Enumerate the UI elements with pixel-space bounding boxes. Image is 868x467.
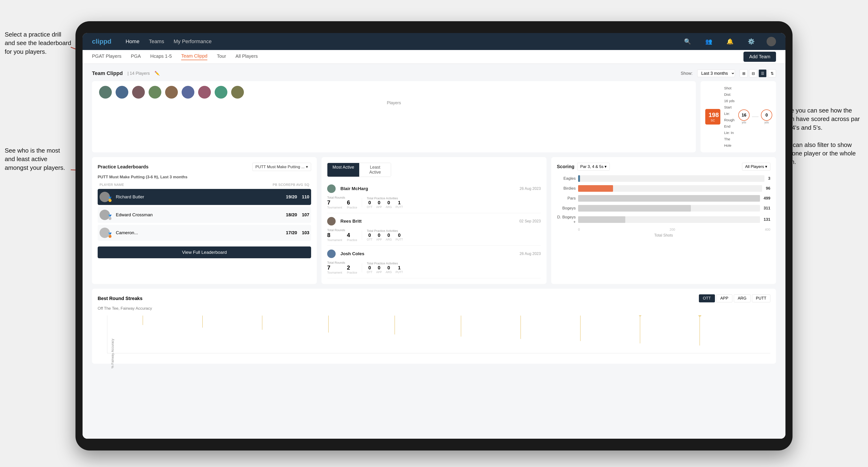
subnav-pgat[interactable]: PGAT Players [92, 54, 121, 60]
tab-least-active[interactable]: Least Active [359, 163, 391, 177]
players-label: Players [99, 100, 689, 105]
shot-start: Start Lie: Rough [724, 104, 735, 123]
pac-name-3: Josh Coles [340, 251, 364, 256]
people-icon[interactable]: 👥 [705, 38, 712, 45]
filter-app[interactable]: APP [716, 294, 733, 302]
dp-4x-2: 4x [519, 316, 523, 339]
settings-icon[interactable]: ⚙️ [748, 38, 755, 45]
leaderboard-title: Practice Leaderboards [98, 164, 149, 169]
putt-stat-1: 1 PUTT [396, 200, 403, 209]
nav-teams[interactable]: Teams [149, 38, 164, 44]
practice-activities-group-3: Total Practice Activities 0 OTT 0 APP [367, 261, 403, 274]
bar-label-pars: Pars [557, 196, 576, 201]
lb-score-2: 18/20 [286, 212, 297, 217]
total-rounds-group-2: Total Rounds 8 Tournament 4 Practice [327, 228, 357, 242]
player-avatar-8[interactable] [215, 86, 227, 99]
putt-lbl-3: PUTT [396, 271, 403, 274]
player-avatar-1[interactable] [99, 86, 112, 99]
arg-stat-1: 0 ARG [385, 200, 392, 209]
bar-value-pars: 499 [764, 196, 770, 201]
streaks-section: Best Round Streaks OTT APP ARG PUTT Off … [92, 289, 776, 364]
shot-yds-left: 16 yds [738, 110, 750, 124]
bell-icon[interactable]: 🔔 [726, 38, 734, 45]
rounds-values-3: 7 Tournament 2 Practice [327, 264, 357, 274]
leaderboard-row-2[interactable]: 🥈 Edward Crossman 18/20 107 [98, 207, 311, 223]
bar-fill-eagles [578, 175, 580, 182]
activity-panel-header: Most Active Least Active [327, 163, 540, 177]
filter-ott[interactable]: OTT [699, 294, 715, 302]
shot-dist: Shot Dist: 16 yds [724, 85, 735, 104]
bar-value-dbogeys: 131 [764, 217, 770, 222]
shot-badge-value: 198 [709, 111, 717, 119]
total-rounds-label-3: Total Rounds [327, 261, 357, 264]
nav-my-performance[interactable]: My Performance [174, 38, 212, 44]
total-rounds-label-1: Total Rounds [327, 196, 357, 199]
show-select[interactable]: Last 3 months Last 6 months This year [697, 69, 735, 77]
leaderboard-row-1[interactable]: 🥇 Richard Butler 19/20 110 [98, 189, 311, 205]
yds-right-value: 0 [761, 110, 772, 121]
tpa-label-1: Total Practice Activities [367, 196, 403, 200]
ott-val-3: 0 [367, 265, 372, 271]
subnav-pga[interactable]: PGA [131, 54, 141, 60]
view-full-leaderboard-button[interactable]: View Full Leaderboard [98, 247, 311, 258]
lb-score-3: 17/20 [286, 230, 297, 236]
nav-home[interactable]: Home [125, 38, 140, 44]
drill-select-label: PUTT Must Make Putting ... [255, 165, 305, 169]
grid-large-icon[interactable]: ⊟ [749, 69, 757, 77]
user-avatar[interactable] [767, 37, 776, 46]
player-avatar-3[interactable] [132, 86, 145, 99]
player-avatar-7[interactable] [198, 86, 211, 99]
total-rounds-label-2: Total Rounds [327, 228, 357, 232]
practice-leaderboards-panel: Practice Leaderboards PUTT Must Make Put… [92, 157, 317, 284]
lb-avg-2: 107 [302, 212, 309, 217]
streaks-subtitle: Off The Tee, Fairway Accuracy [98, 306, 770, 311]
lb-medal-3: 🥉 [107, 232, 113, 238]
grid-small-icon[interactable]: ⊞ [740, 69, 748, 77]
player-avatar-6[interactable] [182, 86, 194, 99]
tpa-values-3: 0 OTT 0 APP 0 ARG [367, 265, 403, 274]
filter-putt[interactable]: PUTT [752, 294, 770, 302]
leaderboard-header-row: Practice Leaderboards PUTT Must Make Put… [98, 163, 311, 171]
ott-lbl-1: OTT [367, 206, 372, 209]
tab-most-active[interactable]: Most Active [328, 163, 359, 177]
drill-select[interactable]: PUTT Must Make Putting ... ▾ [252, 163, 311, 171]
bar-container-dbogeys [578, 216, 760, 223]
bar-row-dbogeys: D. Bogeys + 131 [557, 215, 770, 224]
scoring-filter-par[interactable]: Par 3, 4 & 5s ▾ [577, 163, 610, 170]
subnav-tour[interactable]: Tour [217, 54, 226, 60]
arg-stat-2: 0 ARG [385, 232, 392, 241]
panels-grid: Practice Leaderboards PUTT Must Make Put… [92, 157, 776, 284]
activity-stats-3: Total Rounds 7 Tournament 2 Practice [327, 261, 540, 274]
filter-arg[interactable]: ARG [734, 294, 750, 302]
lb-medal-1: 🥇 [107, 196, 113, 202]
total-rounds-group-3: Total Rounds 7 Tournament 2 Practice [327, 261, 357, 274]
edit-icon[interactable]: ✏️ [154, 71, 160, 76]
scoring-filter-players[interactable]: All Players ▾ [742, 163, 770, 170]
chart-area: 7x 6x 6x 5x [107, 316, 770, 353]
lb-avg-1: 110 [302, 194, 309, 199]
dp-4x-1: 4x [459, 316, 464, 337]
yds-right-label: yds [761, 121, 772, 124]
leaderboard-row-3[interactable]: 🥉 Cameron... 17/20 103 [98, 225, 311, 241]
scoring-bar-chart: Eagles 3 Birdies 96 [557, 175, 770, 224]
chevron-players-icon: ▾ [765, 164, 767, 169]
subnav-all-players[interactable]: All Players [236, 54, 257, 60]
ott-lbl-3: OTT [367, 271, 372, 274]
player-avatar-9[interactable] [231, 86, 244, 99]
practice-lbl-3: Practice [347, 271, 357, 274]
subnav-hcaps[interactable]: Hcaps 1-5 [150, 54, 172, 60]
player-avatar-2[interactable] [116, 86, 128, 99]
sort-icon[interactable]: ⇅ [768, 69, 776, 77]
col-pb-score: PB SCORE [273, 183, 290, 187]
shot-badge: 198 SC [705, 109, 720, 125]
list-view-icon[interactable]: ☰ [758, 69, 767, 77]
bar-container-eagles [578, 175, 765, 182]
practice-val-1: 6 [347, 199, 357, 206]
search-icon[interactable]: 🔍 [684, 38, 691, 45]
subnav-team-clippd[interactable]: Team Clippd [181, 53, 207, 60]
tpa-label-2: Total Practice Activities [367, 229, 403, 232]
player-avatar-4[interactable] [149, 86, 161, 99]
player-avatar-5[interactable] [165, 86, 178, 99]
activity-card-3-header: Josh Coles 26 Aug 2023 [327, 250, 540, 258]
add-team-button[interactable]: Add Team [743, 52, 776, 62]
